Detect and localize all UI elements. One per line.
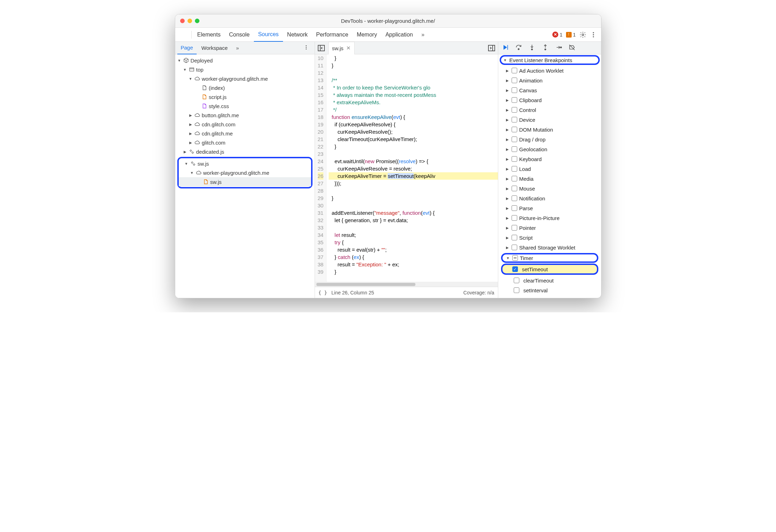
checkbox-icon[interactable] — [512, 97, 517, 103]
checkbox-icon[interactable] — [512, 225, 517, 231]
tree-sw-domain[interactable]: ▼worker-playground.glitch.me — [179, 168, 311, 177]
pretty-print-icon[interactable]: { } — [318, 290, 327, 295]
tab-sources[interactable]: Sources — [254, 28, 283, 42]
tree-domain-cdn1[interactable]: ▶cdn.glitch.com — [175, 120, 315, 129]
checkbox-icon[interactable] — [512, 195, 517, 201]
svg-point-13 — [192, 152, 193, 153]
tree-deployed[interactable]: ▼Deployed — [175, 56, 315, 65]
checkbox-icon[interactable] — [512, 186, 517, 191]
more-menu-icon[interactable] — [590, 31, 597, 38]
resume-icon[interactable] — [502, 44, 509, 52]
category-item[interactable]: ▶Clipboard — [498, 95, 601, 105]
category-item[interactable]: ▶Media — [498, 174, 601, 184]
category-item[interactable]: ▶Pointer — [498, 223, 601, 233]
step-icon[interactable] — [555, 44, 562, 52]
js-file-icon — [203, 179, 209, 185]
maximize-window-icon[interactable] — [195, 19, 199, 23]
tree-file-index[interactable]: (index) — [175, 83, 315, 92]
svg-point-9 — [305, 48, 307, 49]
category-item[interactable]: ▶Device — [498, 115, 601, 125]
settings-icon[interactable] — [579, 31, 586, 38]
checkbox-icon[interactable] — [512, 235, 517, 240]
timer-setinterval[interactable]: setInterval — [498, 285, 601, 295]
file-tab-swjs[interactable]: sw.js✕ — [328, 42, 355, 54]
category-item[interactable]: ▶Picture-in-Picture — [498, 213, 601, 223]
warning-badge[interactable]: !1 — [566, 32, 576, 38]
code-editor[interactable]: 1011121314151617181920212223242526272829… — [315, 54, 498, 282]
nav-tab-page[interactable]: Page — [177, 42, 197, 54]
tree-sw-file[interactable]: sw.js — [179, 177, 311, 186]
step-out-icon[interactable] — [542, 44, 549, 52]
editor-tabbar: sw.js✕ — [315, 42, 498, 54]
cube-icon — [183, 57, 189, 64]
checkbox-icon[interactable] — [512, 127, 517, 132]
tree-domain-cdn2[interactable]: ▶cdn.glitch.me — [175, 129, 315, 138]
checkbox-icon[interactable] — [512, 137, 517, 142]
step-over-icon[interactable] — [515, 44, 522, 52]
checkbox-icon[interactable] — [512, 215, 517, 221]
tree-top[interactable]: ▼top — [175, 65, 315, 74]
tree-domain-button[interactable]: ▶button.glitch.me — [175, 111, 315, 120]
category-item[interactable]: ▶Animation — [498, 75, 601, 85]
nav-tabs-overflow[interactable]: » — [232, 42, 242, 54]
category-item[interactable]: ▶Ad Auction Worklet — [498, 66, 601, 75]
checkbox-icon[interactable] — [512, 166, 517, 172]
timer-cleartimeout[interactable]: clearTimeout — [498, 275, 601, 285]
tree-dedicated[interactable]: ▶dedicated.js — [175, 147, 315, 156]
checkbox-icon[interactable] — [512, 146, 517, 152]
cloud-icon — [194, 112, 200, 118]
toggle-debugger-icon[interactable] — [487, 44, 496, 52]
timer-settimeout[interactable]: ✓setTimeout — [501, 264, 598, 275]
tab-elements[interactable]: Elements — [193, 28, 225, 42]
category-item[interactable]: ▶Shared Storage Worklet — [498, 242, 601, 252]
category-item[interactable]: ▶Load — [498, 164, 601, 174]
toggle-navigator-icon[interactable] — [317, 44, 325, 52]
horizontal-scrollbar[interactable] — [315, 282, 498, 287]
checkbox-icon[interactable] — [512, 117, 517, 122]
step-into-icon[interactable] — [528, 44, 535, 52]
nav-more-icon[interactable] — [300, 45, 313, 52]
category-item[interactable]: ▶DOM Mutation — [498, 125, 601, 134]
tree-domain-glitch[interactable]: ▶glitch.com — [175, 138, 315, 147]
tab-console[interactable]: Console — [225, 28, 254, 42]
tab-network[interactable]: Network — [283, 28, 312, 42]
tree-file-style[interactable]: style.css — [175, 101, 315, 111]
category-item[interactable]: ▶Geolocation — [498, 144, 601, 154]
category-item[interactable]: ▶Parse — [498, 203, 601, 213]
category-item[interactable]: ▶Keyboard — [498, 154, 601, 164]
tree-domain[interactable]: ▼worker-playground.glitch.me — [175, 74, 315, 83]
tab-application[interactable]: Application — [381, 28, 417, 42]
category-item[interactable]: ▶Control — [498, 105, 601, 115]
category-item[interactable]: ▶Script — [498, 233, 601, 242]
tree-sw-group[interactable]: ▼sw.js — [179, 159, 311, 168]
category-item[interactable]: ▶Notification — [498, 193, 601, 203]
checkbox-on-icon[interactable]: ✓ — [512, 266, 518, 272]
checkbox-icon[interactable] — [512, 176, 517, 181]
category-timer[interactable]: ▼Timer — [501, 253, 598, 263]
checkbox-icon[interactable] — [512, 205, 517, 211]
tab-memory[interactable]: Memory — [353, 28, 381, 42]
checkbox-icon[interactable] — [512, 78, 517, 83]
category-item[interactable]: ▶Canvas — [498, 85, 601, 95]
tabs-overflow[interactable]: » — [417, 28, 429, 42]
checkbox-icon[interactable] — [512, 245, 517, 250]
minimize-window-icon[interactable] — [188, 19, 192, 23]
checkbox-icon[interactable] — [512, 107, 517, 113]
category-item[interactable]: ▶Mouse — [498, 184, 601, 193]
checkbox-icon[interactable] — [512, 87, 517, 93]
checkbox-icon[interactable] — [512, 68, 517, 73]
checkbox-mixed-icon[interactable] — [512, 255, 518, 261]
tree-file-script[interactable]: script.js — [175, 92, 315, 101]
checkbox-icon[interactable] — [514, 287, 519, 293]
category-item[interactable]: ▶Drag / drop — [498, 134, 601, 144]
section-event-listener-breakpoints[interactable]: ▼Event Listener Breakpoints — [500, 55, 600, 65]
deactivate-breakpoints-icon[interactable] — [568, 44, 576, 52]
tab-performance[interactable]: Performance — [312, 28, 353, 42]
window-controls — [180, 19, 199, 23]
nav-tab-workspace[interactable]: Workspace — [198, 42, 231, 54]
error-badge[interactable]: ✕1 — [552, 32, 563, 38]
close-window-icon[interactable] — [180, 19, 185, 23]
checkbox-icon[interactable] — [514, 278, 519, 283]
close-tab-icon[interactable]: ✕ — [346, 45, 351, 51]
checkbox-icon[interactable] — [512, 156, 517, 162]
